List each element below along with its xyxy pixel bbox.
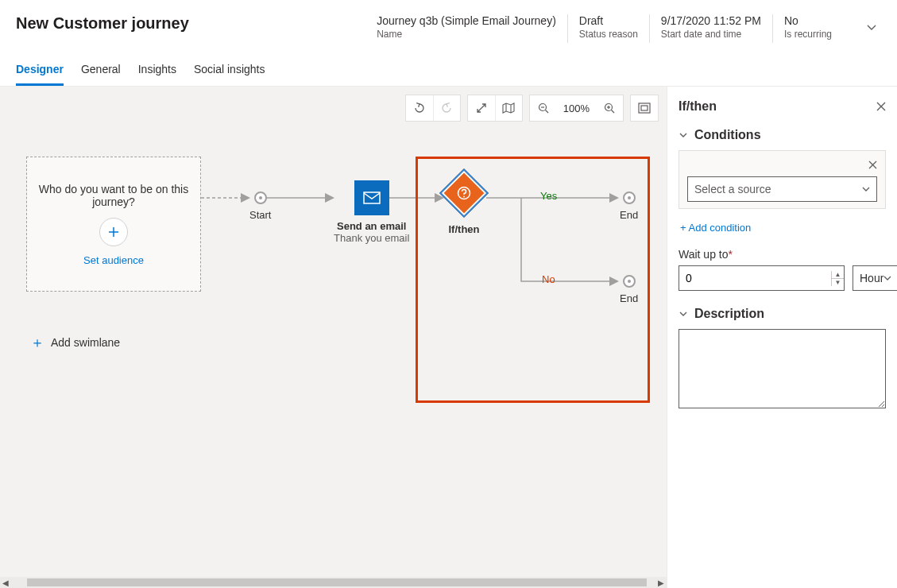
undo-button[interactable] (406, 95, 433, 121)
ifthen-label: If/then (449, 223, 480, 235)
email-icon (363, 191, 381, 204)
zoom-group: 100% (529, 95, 624, 122)
header-field-startdate[interactable]: 9/17/2020 11:52 PM Start date and time (661, 14, 772, 40)
fit-group (630, 95, 659, 122)
scroll-right-button[interactable]: ▶ (655, 577, 667, 588)
description-textarea[interactable] (679, 329, 886, 408)
designer-canvas[interactable]: Who do you want to be on this journey? S… (0, 87, 667, 588)
wait-unit-value: Hour (860, 272, 883, 284)
fit-to-screen-button[interactable] (631, 95, 658, 121)
chevron-down-icon (679, 309, 688, 319)
fullscreen-button[interactable] (468, 95, 495, 121)
wait-label-text: Wait up to (679, 248, 729, 261)
question-icon (457, 186, 471, 200)
header-field-recurring[interactable]: No Is recurring (784, 14, 843, 40)
scroll-track[interactable] (11, 577, 655, 588)
header-field-startdate-label: Start date and time (661, 29, 761, 40)
wait-decrement-button[interactable]: ▼ (832, 278, 844, 286)
end-label: End (620, 292, 638, 304)
svg-rect-8 (641, 106, 648, 110)
scroll-left-button[interactable]: ◀ (0, 577, 11, 588)
tab-bar: Designer General Insights Social insight… (0, 50, 897, 87)
email-subtitle: Thank you email (334, 232, 409, 244)
branch-yes-label: Yes (540, 190, 557, 202)
tab-general[interactable]: General (81, 56, 121, 86)
description-section-header[interactable]: Description (679, 307, 886, 321)
svg-rect-7 (639, 103, 650, 113)
divider (772, 14, 773, 43)
conditions-section-header[interactable]: Conditions (679, 128, 886, 142)
fit-screen-icon (638, 103, 651, 114)
tab-social-insights[interactable]: Social insights (194, 56, 265, 86)
header-field-status-label: Status reason (579, 29, 638, 40)
header-field-status[interactable]: Draft Status reason (579, 14, 649, 40)
header-field-name[interactable]: Journey q3b (Simple Email Journey) Name (377, 14, 567, 40)
undo-icon (413, 102, 426, 114)
scroll-thumb[interactable] (27, 578, 647, 586)
chevron-down-icon (866, 21, 877, 33)
horizontal-scrollbar[interactable]: ◀ ▶ (0, 577, 667, 588)
ifthen-node[interactable]: If/then (447, 176, 481, 235)
branch-no-label: No (542, 273, 555, 285)
end-node-yes[interactable]: End (620, 191, 638, 221)
email-node[interactable]: Send an email Thank you email (334, 180, 409, 244)
description-heading: Description (694, 307, 764, 321)
email-title: Send an email (337, 220, 406, 232)
end-dot-icon (623, 191, 636, 204)
header-field-recurring-label: Is recurring (784, 29, 832, 40)
expand-icon (476, 103, 487, 114)
set-audience-link[interactable]: Set audience (83, 254, 144, 266)
svg-line-4 (612, 110, 615, 114)
close-icon (876, 102, 886, 111)
tab-designer[interactable]: Designer (16, 56, 64, 86)
wait-label: Wait up to* (679, 248, 886, 261)
header-field-name-label: Name (377, 29, 556, 40)
select-source-dropdown[interactable]: Select a source (687, 176, 877, 202)
audience-tile[interactable]: Who do you want to be on this journey? S… (26, 157, 201, 292)
add-swimlane-label: Add swimlane (51, 336, 120, 349)
page-header: New Customer journey Journey q3b (Simple… (0, 0, 897, 50)
audience-question: Who do you want to be on this journey? (37, 183, 191, 208)
zoom-level-label: 100% (557, 103, 596, 114)
ifthen-diamond[interactable] (439, 168, 489, 218)
start-node[interactable]: Start (249, 191, 271, 221)
wait-unit-select[interactable]: Hour (853, 265, 897, 291)
header-field-recurring-value: No (784, 14, 832, 27)
zoom-out-button[interactable] (530, 95, 557, 121)
add-audience-button[interactable] (99, 218, 128, 246)
chevron-down-icon (883, 274, 891, 282)
panel-close-button[interactable] (876, 102, 886, 111)
plus-icon (107, 226, 120, 238)
header-field-name-value: Journey q3b (Simple Email Journey) (377, 14, 556, 27)
remove-condition-button[interactable] (868, 161, 877, 169)
end-node-no[interactable]: End (620, 275, 638, 304)
expand-header-button[interactable] (862, 17, 881, 37)
wait-spinner: ▲ ▼ (831, 271, 844, 286)
add-condition-link[interactable]: + Add condition (680, 222, 751, 234)
condition-card: Select a source (679, 150, 886, 209)
svg-line-1 (545, 110, 548, 114)
divider (567, 14, 568, 43)
email-tile (354, 180, 389, 215)
wait-increment-button[interactable]: ▲ (832, 271, 844, 278)
zoom-in-button[interactable] (596, 95, 623, 121)
start-dot-icon (254, 191, 267, 204)
wait-value-input[interactable] (679, 272, 831, 284)
view-group (467, 95, 523, 122)
redo-button[interactable] (433, 95, 460, 121)
chevron-down-icon (679, 130, 688, 140)
header-field-startdate-value: 9/17/2020 11:52 PM (661, 14, 761, 27)
required-indicator: * (729, 248, 733, 261)
header-fields: Journey q3b (Simple Email Journey) Name … (377, 14, 843, 43)
add-swimlane-button[interactable]: ＋ Add swimlane (30, 333, 120, 352)
zoom-in-icon (604, 103, 615, 114)
main-area: 100% (0, 87, 897, 588)
wait-row: ▲ ▼ Hour (679, 265, 886, 291)
redo-icon (440, 102, 453, 114)
map-icon (502, 103, 515, 114)
tab-insights[interactable]: Insights (138, 56, 176, 86)
divider (649, 14, 650, 43)
properties-panel: If/then Conditions Select a source + Add… (667, 87, 897, 588)
designer-canvas-wrap: 100% (0, 87, 667, 588)
minimap-button[interactable] (495, 95, 522, 121)
